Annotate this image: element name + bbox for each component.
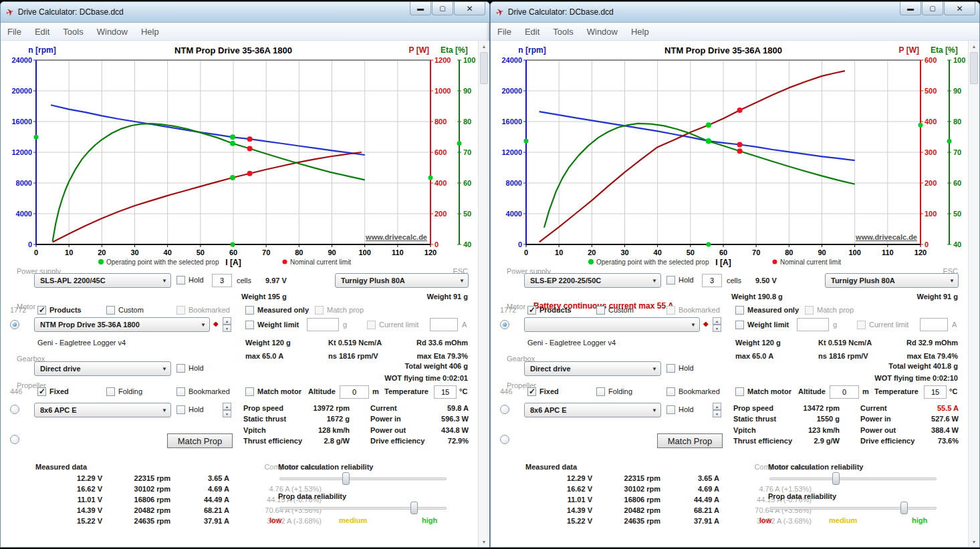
- temperature-input[interactable]: [924, 385, 947, 399]
- stepper-up-icon[interactable]: ▲: [223, 403, 231, 410]
- menu-help[interactable]: Help: [134, 27, 166, 37]
- products-checkbox[interactable]: Products: [527, 305, 572, 315]
- power-supply-dropdown[interactable]: SLS-EP 2200-25/50C: [524, 273, 661, 288]
- menu-tools[interactable]: Tools: [546, 27, 580, 37]
- checkbox-box[interactable]: [245, 321, 254, 329]
- motor-bookmarked-checkbox[interactable]: Bookmarked: [176, 305, 230, 315]
- power-supply-dropdown[interactable]: SLS-APL 2200/45C: [34, 273, 171, 288]
- maximize-button[interactable]: ▢: [922, 2, 943, 15]
- stepper-up-icon[interactable]: ▲: [713, 403, 721, 410]
- checkbox-box[interactable]: [857, 321, 866, 329]
- weight-limit-input[interactable]: [307, 318, 339, 331]
- checkbox-box[interactable]: [735, 306, 744, 315]
- slider-track[interactable]: [769, 507, 937, 510]
- extra-radio[interactable]: [10, 435, 19, 444]
- vertical-scrollbar[interactable]: ▲ ▼: [478, 41, 489, 547]
- checkbox-box[interactable]: [176, 276, 185, 285]
- checkbox-box[interactable]: [315, 306, 324, 315]
- checkbox-box[interactable]: [176, 387, 185, 396]
- checkbox-box[interactable]: [37, 387, 46, 396]
- scroll-up-icon[interactable]: ▲: [479, 41, 489, 51]
- match-motor-checkbox[interactable]: Match motor: [245, 387, 301, 396]
- checkbox-box[interactable]: [106, 306, 115, 315]
- stepper-up-icon[interactable]: ▲: [223, 317, 231, 325]
- menu-file[interactable]: File: [491, 27, 518, 37]
- checkbox-box[interactable]: [666, 387, 675, 396]
- slider-track[interactable]: [769, 478, 937, 480]
- temperature-input[interactable]: [434, 385, 457, 399]
- stepper-up-icon[interactable]: ▲: [713, 317, 721, 325]
- match-prop-checkbox[interactable]: Match prop: [315, 305, 364, 315]
- motor-radio[interactable]: [10, 320, 19, 329]
- prop-radio[interactable]: [10, 405, 19, 414]
- menu-window[interactable]: Window: [580, 27, 624, 37]
- minimize-button[interactable]: ▬: [410, 2, 431, 15]
- menu-file[interactable]: File: [1, 27, 28, 37]
- motor-stepper[interactable]: ▲▼: [223, 317, 231, 332]
- extra-radio[interactable]: [500, 435, 509, 444]
- altitude-input[interactable]: [830, 385, 859, 399]
- menu-tools[interactable]: Tools: [56, 27, 90, 37]
- prop-bookmarked-checkbox[interactable]: Bookmarked: [666, 387, 720, 396]
- prop-reliability-thumb[interactable]: [410, 502, 418, 514]
- checkbox-box[interactable]: [527, 306, 536, 315]
- checkbox-box[interactable]: [176, 306, 185, 315]
- custom-checkbox[interactable]: Custom: [106, 305, 144, 315]
- checkbox-box[interactable]: [176, 364, 185, 373]
- prop-stepper[interactable]: ▲▼: [713, 403, 721, 417]
- stepper-down-icon[interactable]: ▼: [713, 410, 721, 417]
- prop-bookmarked-checkbox[interactable]: Bookmarked: [176, 387, 230, 396]
- measured-only-checkbox[interactable]: Measured only: [735, 305, 799, 315]
- motor-bookmarked-checkbox[interactable]: Bookmarked: [666, 305, 720, 315]
- weight-limit-checkbox[interactable]: Weight limit: [245, 320, 299, 329]
- checkbox-box[interactable]: [805, 306, 814, 315]
- fixed-checkbox[interactable]: Fixed: [527, 387, 559, 396]
- menu-edit[interactable]: Edit: [28, 27, 56, 37]
- folding-checkbox[interactable]: Folding: [106, 387, 142, 396]
- gearbox-hold-checkbox[interactable]: Hold: [176, 363, 204, 373]
- match-motor-checkbox[interactable]: Match motor: [735, 387, 791, 396]
- motor-dropdown[interactable]: NTM Prop Drive 35-36A 1800: [34, 317, 210, 332]
- checkbox-box[interactable]: [666, 276, 675, 285]
- prop-dropdown[interactable]: 8x6 APC E: [524, 403, 661, 417]
- checkbox-box[interactable]: [666, 364, 675, 373]
- power-hold-checkbox[interactable]: Hold: [176, 275, 204, 285]
- esc-dropdown[interactable]: Turnigy Plush 80A: [825, 273, 959, 288]
- prop-hold-checkbox[interactable]: Hold: [666, 405, 694, 414]
- minimize-button[interactable]: ▬: [900, 2, 921, 15]
- scroll-up-icon[interactable]: ▲: [969, 41, 979, 51]
- checkbox-box[interactable]: [245, 306, 254, 315]
- motor-dropdown[interactable]: [524, 317, 700, 332]
- menu-edit[interactable]: Edit: [518, 27, 546, 37]
- checkbox-box[interactable]: [735, 387, 744, 396]
- checkbox-box[interactable]: [735, 321, 744, 329]
- fixed-checkbox[interactable]: Fixed: [37, 387, 69, 396]
- checkbox-box[interactable]: [367, 321, 376, 329]
- stepper-down-icon[interactable]: ▼: [223, 410, 231, 417]
- menu-help[interactable]: Help: [624, 27, 656, 37]
- motor-stepper[interactable]: ▲▼: [713, 317, 721, 332]
- stepper-down-icon[interactable]: ▼: [223, 325, 231, 332]
- checkbox-box[interactable]: [527, 387, 536, 396]
- scrollbar-thumb[interactable]: [970, 52, 978, 84]
- motor-reliability-slider[interactable]: [769, 472, 937, 484]
- folding-checkbox[interactable]: Folding: [596, 387, 632, 396]
- checkbox-box[interactable]: [596, 306, 605, 315]
- gearbox-dropdown[interactable]: Direct drive: [524, 361, 661, 376]
- prop-hold-checkbox[interactable]: Hold: [176, 405, 204, 414]
- close-button[interactable]: ✕: [944, 2, 975, 15]
- prop-radio[interactable]: [500, 405, 509, 414]
- checkbox-box[interactable]: [176, 405, 185, 414]
- prop-stepper[interactable]: ▲▼: [223, 403, 231, 417]
- close-button[interactable]: ✕: [454, 2, 485, 15]
- vertical-scrollbar[interactable]: ▲ ▼: [968, 41, 979, 547]
- checkbox-box[interactable]: [106, 387, 115, 396]
- prop-reliability-slider[interactable]: [769, 502, 937, 514]
- motor-reliability-slider[interactable]: [279, 472, 447, 484]
- measured-only-checkbox[interactable]: Measured only: [245, 305, 309, 315]
- match-prop-checkbox[interactable]: Match prop: [805, 305, 854, 315]
- maximize-button[interactable]: ▢: [432, 2, 453, 15]
- scroll-down-icon[interactable]: ▼: [969, 536, 979, 547]
- prop-dropdown[interactable]: 8x6 APC E: [34, 403, 171, 417]
- slider-track[interactable]: [279, 507, 447, 510]
